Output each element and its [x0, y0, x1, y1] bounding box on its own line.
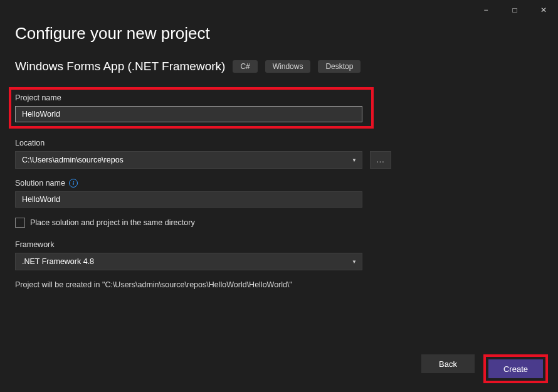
framework-label: Framework — [15, 240, 543, 249]
maximize-button[interactable]: □ — [500, 0, 529, 20]
close-button[interactable]: ✕ — [529, 0, 558, 20]
project-name-label: Project name — [15, 93, 367, 102]
same-directory-checkbox[interactable] — [15, 218, 25, 228]
same-directory-label: Place solution and project in the same d… — [30, 218, 195, 227]
back-button[interactable]: Back — [421, 354, 475, 373]
framework-value: .NET Framework 4.8 — [22, 257, 94, 266]
creation-path-hint: Project will be created in "C:\Users\adm… — [15, 280, 543, 289]
framework-dropdown[interactable]: .NET Framework 4.8 ▼ — [15, 253, 362, 270]
location-value: C:\Users\admin\source\repos — [22, 156, 124, 164]
framework-group: Framework .NET Framework 4.8 ▼ — [15, 240, 543, 270]
close-icon: ✕ — [540, 6, 547, 14]
project-name-group: Project name — [9, 87, 374, 129]
create-button-highlight: Create — [483, 354, 548, 383]
location-label: Location — [15, 139, 543, 147]
chevron-down-icon: ▼ — [352, 157, 357, 163]
create-button[interactable]: Create — [488, 359, 543, 378]
browse-button[interactable]: ... — [370, 151, 391, 169]
solution-name-input[interactable] — [15, 191, 362, 208]
footer: Back Create — [421, 354, 548, 383]
location-dropdown[interactable]: C:\Users\admin\source\repos ▼ — [15, 151, 362, 169]
template-header: Windows Forms App (.NET Framework) C# Wi… — [15, 60, 543, 73]
solution-name-label: Solution name i — [15, 179, 543, 188]
same-directory-row: Place solution and project in the same d… — [15, 218, 543, 228]
location-group: Location C:\Users\admin\source\repos ▼ .… — [15, 139, 543, 169]
template-name: Windows Forms App (.NET Framework) — [15, 60, 225, 73]
project-name-input[interactable] — [15, 106, 362, 122]
info-icon[interactable]: i — [69, 179, 78, 188]
tag-desktop: Desktop — [318, 60, 361, 73]
titlebar: − □ ✕ — [0, 0, 558, 20]
chevron-down-icon: ▼ — [352, 259, 357, 265]
tag-csharp: C# — [233, 60, 257, 73]
minimize-icon: − — [483, 6, 488, 14]
main-content: Configure your new project Windows Forms… — [0, 20, 558, 289]
page-title: Configure your new project — [15, 24, 543, 43]
solution-name-group: Solution name i — [15, 179, 543, 208]
maximize-icon: □ — [512, 6, 517, 14]
minimize-button[interactable]: − — [471, 0, 500, 20]
tag-windows: Windows — [265, 60, 311, 73]
